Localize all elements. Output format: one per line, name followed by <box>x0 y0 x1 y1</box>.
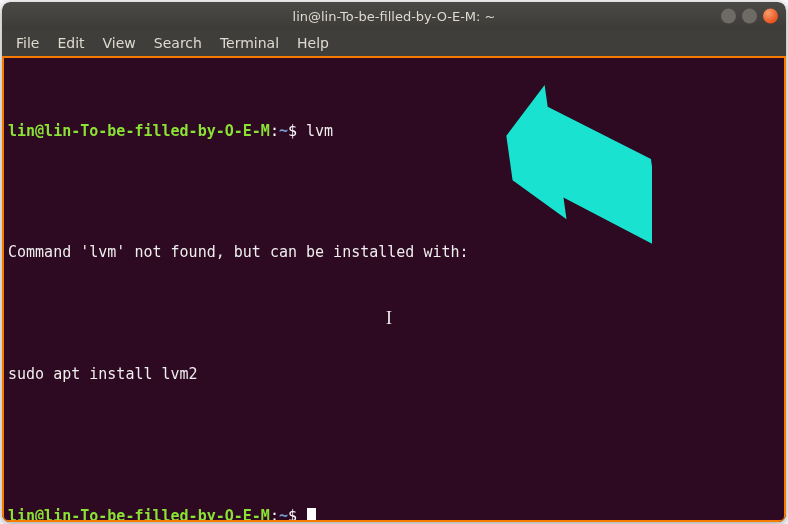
prompt-sep: : <box>270 507 279 523</box>
close-icon[interactable] <box>763 9 778 24</box>
minimize-icon[interactable] <box>721 9 736 24</box>
block-cursor-icon <box>307 508 316 523</box>
menu-terminal[interactable]: Terminal <box>212 33 287 53</box>
terminal-line: Command 'lvm' not found, but can be inst… <box>8 242 780 262</box>
text-cursor-icon: I <box>386 306 392 330</box>
prompt-user-host: lin@lin-To-be-filled-by-O-E-M <box>8 507 270 523</box>
menu-edit[interactable]: Edit <box>49 33 92 53</box>
menubar: File Edit View Search Terminal Help <box>2 30 786 56</box>
terminal-line: lin@lin-To-be-filled-by-O-E-M:~$ <box>8 506 780 523</box>
maximize-icon[interactable] <box>742 9 757 24</box>
terminal-line <box>8 303 780 323</box>
window-title: lin@lin-To-be-filled-by-O-E-M: ~ <box>293 9 496 24</box>
terminal-line: lin@lin-To-be-filled-by-O-E-M:~$ lvm <box>8 121 780 141</box>
window-controls <box>721 9 778 24</box>
terminal-output[interactable]: lin@lin-To-be-filled-by-O-E-M:~$ lvm Com… <box>2 56 786 522</box>
titlebar: lin@lin-To-be-filled-by-O-E-M: ~ <box>2 2 786 30</box>
terminal-line: sudo apt install lvm2 <box>8 364 780 384</box>
prompt-dollar: $ <box>288 507 306 523</box>
prompt-path: ~ <box>279 122 288 140</box>
prompt-command: lvm <box>306 122 333 140</box>
menu-help[interactable]: Help <box>289 33 337 53</box>
prompt-sep: : <box>270 122 279 140</box>
terminal-window: lin@lin-To-be-filled-by-O-E-M: ~ File Ed… <box>2 2 786 522</box>
menu-file[interactable]: File <box>8 33 47 53</box>
prompt-dollar: $ <box>288 122 306 140</box>
menu-search[interactable]: Search <box>146 33 210 53</box>
terminal-line <box>8 425 780 445</box>
prompt-path: ~ <box>279 507 288 523</box>
prompt-user-host: lin@lin-To-be-filled-by-O-E-M <box>8 122 270 140</box>
menu-view[interactable]: View <box>95 33 144 53</box>
terminal-line <box>8 182 780 202</box>
